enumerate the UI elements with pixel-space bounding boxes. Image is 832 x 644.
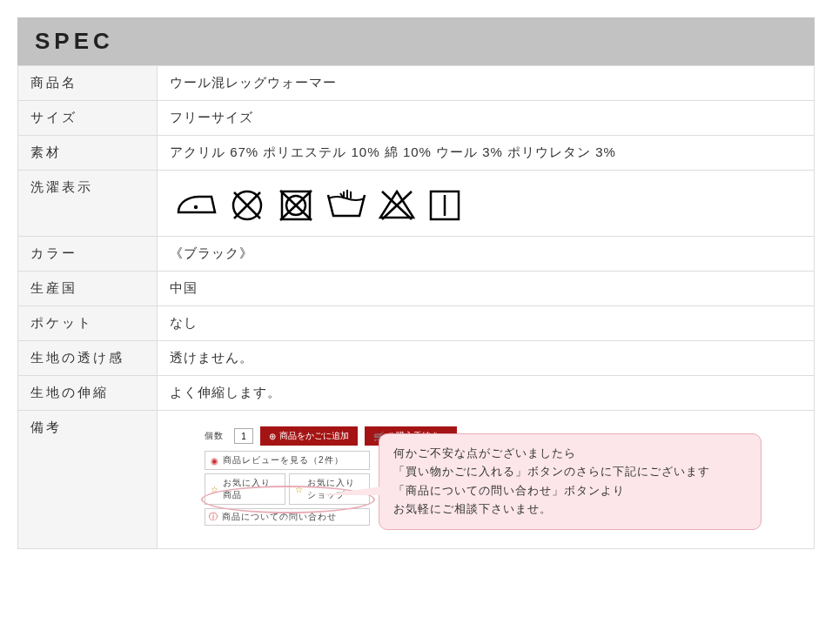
spec-header: SPEC [17, 17, 815, 65]
table-row: 生産国 中国 [18, 272, 815, 306]
no-tumble-dry-icon [274, 186, 318, 225]
remarks-cell: 個数 ⊕ 商品をかごに追加 🛒 ご購入手続きへ ◉ [158, 411, 815, 549]
row-label: 生地の透け感 [18, 341, 158, 376]
spec-container: SPEC 商品名 ウール混レッグウォーマー サイズ フリーサイズ 素材 アクリル… [17, 17, 815, 549]
plus-icon: ⊕ [269, 432, 276, 441]
star-icon: ☆ [211, 485, 219, 494]
row-label: サイズ [18, 101, 158, 136]
speech-line: 何かご不安な点がございましたら [393, 445, 747, 463]
row-value: ウール混レッグウォーマー [158, 66, 815, 101]
row-value-wash [158, 171, 815, 237]
table-row: 商品名 ウール混レッグウォーマー [18, 66, 815, 101]
no-bleach-icon [225, 186, 269, 225]
row-label: 素材 [18, 136, 158, 171]
table-row: 備考 個数 ⊕ 商品をかごに追加 🛒 ご購入手続きへ [18, 411, 815, 549]
svg-point-0 [194, 205, 198, 209]
qty-input[interactable] [234, 428, 253, 444]
row-value: フリーサイズ [158, 101, 815, 136]
table-row: サイズ フリーサイズ [18, 101, 815, 136]
review-icon: ◉ [211, 456, 219, 466]
info-icon: ⓘ [209, 511, 218, 523]
row-value: アクリル 67% ポリエステル 10% 綿 10% ウール 3% ポリウレタン … [158, 136, 815, 171]
fav-item-link[interactable]: ☆ お気に入り商品 [205, 473, 285, 505]
inquiry-label: 商品についての問い合わせ [222, 511, 337, 523]
speech-line: お気軽にご相談下さいませ。 [393, 500, 747, 519]
row-value: なし [158, 306, 815, 341]
reviews-label: 商品レビューを見る（2件） [223, 454, 344, 466]
iron-low-icon [170, 186, 220, 225]
inquiry-link[interactable]: ⓘ 商品についての問い合わせ [205, 508, 370, 526]
row-label: ポケット [18, 306, 158, 341]
row-label: 生地の伸縮 [18, 376, 158, 411]
row-label: 備考 [18, 411, 158, 549]
remarks-wrap: 個数 ⊕ 商品をかごに追加 🛒 ご購入手続きへ ◉ [170, 419, 802, 540]
star-icon: ☆ [295, 485, 304, 494]
row-label: 生産国 [18, 272, 158, 306]
speech-line: 「買い物かごに入れる」ボタンのさらに下記にございます [393, 463, 747, 481]
table-row: 洗濯表示 [18, 171, 815, 237]
row-label: 洗濯表示 [18, 171, 158, 237]
reviews-link[interactable]: ◉ 商品レビューを見る（2件） [205, 451, 370, 470]
laundry-icons [170, 179, 466, 225]
no-dry-clean-icon [375, 186, 419, 225]
qty-label: 個数 [205, 430, 224, 442]
row-value: 中国 [158, 272, 815, 306]
speech-line: 「商品についての問い合わせ」ボタンより [393, 482, 747, 500]
add-cart-label: 商品をかごに追加 [279, 430, 349, 442]
dry-flat-icon [424, 186, 466, 225]
row-label: 商品名 [18, 66, 158, 101]
table-row: 素材 アクリル 67% ポリエステル 10% 綿 10% ウール 3% ポリウレ… [18, 136, 815, 171]
spec-table: 商品名 ウール混レッグウォーマー サイズ フリーサイズ 素材 アクリル 67% … [17, 65, 815, 549]
table-row: ポケット なし [18, 306, 815, 341]
table-row: 生地の透け感 透けません。 [18, 341, 815, 376]
table-row: 生地の伸縮 よく伸縮します。 [18, 376, 815, 411]
table-row: カラー 《ブラック》 [18, 237, 815, 272]
row-value: 透けません。 [158, 341, 815, 376]
row-value: よく伸縮します。 [158, 376, 815, 411]
row-label: カラー [18, 237, 158, 272]
row-value: 《ブラック》 [158, 237, 815, 272]
fav-item-label: お気に入り商品 [223, 477, 279, 501]
hand-wash-icon [323, 186, 370, 225]
add-to-cart-button[interactable]: ⊕ 商品をかごに追加 [260, 426, 358, 446]
speech-bubble: 何かご不安な点がございましたら 「買い物かごに入れる」ボタンのさらに下記にござい… [379, 433, 762, 530]
